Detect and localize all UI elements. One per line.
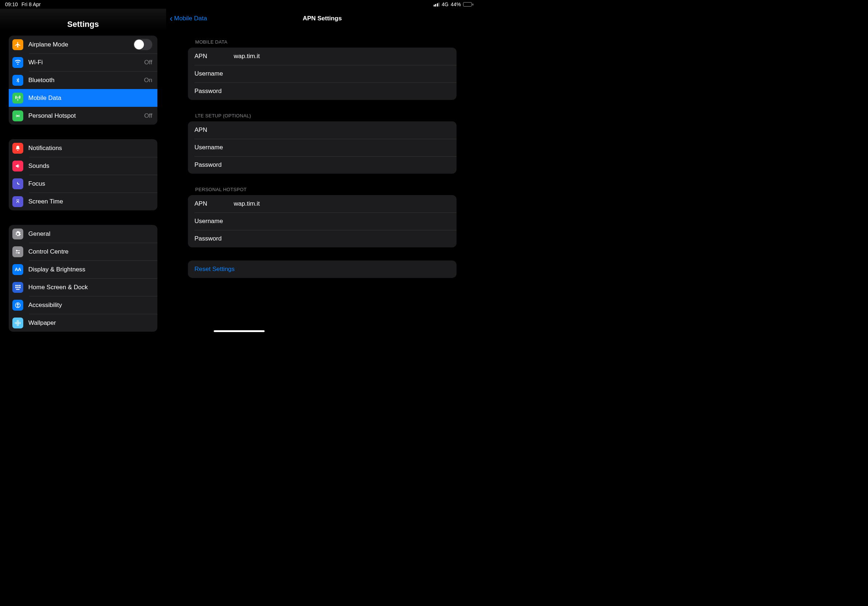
svg-rect-6 bbox=[17, 285, 19, 286]
field-username[interactable]: Username bbox=[188, 213, 457, 230]
reset-label: Reset Settings bbox=[194, 266, 235, 272]
field-username[interactable]: Username bbox=[188, 139, 457, 156]
chevron-left-icon: ‹ bbox=[170, 14, 173, 23]
battery-percent: 44% bbox=[451, 2, 461, 7]
sidebar-item-sounds[interactable]: Sounds bbox=[9, 157, 157, 175]
wifi-status: Off bbox=[144, 59, 152, 66]
flower-icon bbox=[12, 317, 23, 328]
sidebar-item-label: Display & Brightness bbox=[28, 266, 152, 273]
svg-point-18 bbox=[19, 322, 21, 324]
nav-bar: ‹ Mobile Data APN Settings bbox=[166, 9, 478, 28]
text-size-icon: AA bbox=[12, 264, 23, 275]
sidebar-item-label: Airplane Mode bbox=[28, 41, 133, 48]
svg-rect-5 bbox=[15, 285, 17, 286]
group-hotspot: APN Username Password bbox=[188, 195, 457, 247]
sidebar-item-wifi[interactable]: Wi-Fi Off bbox=[9, 53, 157, 71]
sidebar-item-label: Accessibility bbox=[28, 301, 152, 309]
field-password[interactable]: Password bbox=[188, 230, 457, 247]
sidebar-item-focus[interactable]: Focus bbox=[9, 175, 157, 193]
bell-icon bbox=[12, 143, 23, 154]
group-lte: APN Username Password bbox=[188, 121, 457, 174]
sidebar-group-notifications: Notifications Sounds Focus bbox=[9, 139, 157, 210]
svg-point-3 bbox=[18, 252, 20, 254]
username-input[interactable] bbox=[234, 70, 450, 77]
sidebar-item-control-centre[interactable]: Control Centre bbox=[9, 243, 157, 260]
section-header-mobile-data: MOBILE DATA bbox=[188, 39, 457, 48]
field-label: Username bbox=[194, 144, 234, 151]
wifi-icon bbox=[12, 57, 23, 68]
sidebar-item-bluetooth[interactable]: Bluetooth On bbox=[9, 71, 157, 89]
svg-rect-9 bbox=[17, 287, 19, 288]
field-label: APN bbox=[194, 200, 234, 207]
field-password[interactable]: Password bbox=[188, 156, 457, 174]
svg-point-14 bbox=[17, 322, 19, 324]
svg-rect-10 bbox=[19, 287, 21, 288]
status-time: 09:10 bbox=[5, 2, 18, 7]
home-indicator[interactable] bbox=[214, 330, 265, 332]
password-input[interactable] bbox=[234, 161, 450, 169]
back-button[interactable]: ‹ Mobile Data bbox=[170, 14, 207, 23]
sidebar-item-accessibility[interactable]: Accessibility bbox=[9, 296, 157, 314]
status-date: Fri 8 Apr bbox=[22, 2, 41, 7]
sidebar-item-label: Notifications bbox=[28, 145, 152, 152]
sidebar-item-label: Wi-Fi bbox=[28, 59, 144, 66]
sidebar-item-wallpaper[interactable]: Wallpaper bbox=[9, 314, 157, 332]
password-input[interactable] bbox=[234, 88, 450, 95]
back-label: Mobile Data bbox=[174, 15, 207, 22]
field-username[interactable]: Username bbox=[188, 65, 457, 82]
sliders-icon bbox=[12, 246, 23, 257]
sidebar-item-screentime[interactable]: Screen Time bbox=[9, 193, 157, 210]
sidebar-item-airplane[interactable]: Airplane Mode bbox=[9, 36, 157, 53]
apn-input[interactable] bbox=[234, 127, 450, 134]
field-label: APN bbox=[194, 53, 234, 60]
page-title: APN Settings bbox=[166, 15, 478, 22]
username-input[interactable] bbox=[234, 218, 450, 225]
field-password[interactable]: Password bbox=[188, 82, 457, 100]
svg-rect-8 bbox=[15, 287, 17, 288]
field-label: APN bbox=[194, 127, 234, 134]
sidebar-item-label: Mobile Data bbox=[28, 94, 152, 102]
antenna-icon bbox=[12, 93, 23, 104]
field-label: Password bbox=[194, 235, 234, 242]
sidebar-item-label: Home Screen & Dock bbox=[28, 284, 152, 291]
sidebar-item-hotspot[interactable]: Personal Hotspot Off bbox=[9, 107, 157, 125]
group-mobile-data: APN Username Password bbox=[188, 48, 457, 100]
field-label: Password bbox=[194, 88, 234, 95]
signal-icon bbox=[434, 3, 440, 6]
section-header-lte: LTE SETUP (OPTIONAL) bbox=[188, 113, 457, 121]
sidebar-item-general[interactable]: General bbox=[9, 225, 157, 243]
apn-input[interactable] bbox=[234, 200, 450, 207]
sidebar-title: Settings bbox=[0, 10, 166, 36]
bluetooth-icon bbox=[12, 75, 23, 86]
svg-rect-2 bbox=[17, 250, 20, 251]
svg-point-15 bbox=[17, 320, 19, 322]
battery-icon bbox=[463, 2, 473, 6]
username-input[interactable] bbox=[234, 144, 450, 151]
field-apn[interactable]: APN bbox=[188, 48, 457, 65]
sidebar-item-label: Sounds bbox=[28, 162, 152, 170]
reset-settings-button[interactable]: Reset Settings bbox=[188, 260, 457, 278]
airplane-toggle[interactable] bbox=[133, 39, 152, 50]
apn-input[interactable] bbox=[234, 53, 450, 60]
sidebar-item-label: Bluetooth bbox=[28, 77, 144, 84]
field-apn[interactable]: APN bbox=[188, 121, 457, 139]
svg-point-17 bbox=[15, 322, 17, 324]
sidebar-item-notifications[interactable]: Notifications bbox=[9, 139, 157, 157]
svg-rect-4 bbox=[16, 252, 18, 253]
sidebar-group-connectivity: Airplane Mode Wi-Fi Off Bluetooth On bbox=[9, 36, 157, 125]
bluetooth-status: On bbox=[144, 77, 152, 84]
accessibility-icon bbox=[12, 300, 23, 311]
svg-point-13 bbox=[17, 303, 18, 304]
sidebar-item-display[interactable]: AA Display & Brightness bbox=[9, 260, 157, 278]
password-input[interactable] bbox=[234, 235, 450, 242]
sidebar-item-label: Focus bbox=[28, 180, 152, 187]
field-apn[interactable]: APN bbox=[188, 195, 457, 213]
sidebar-item-label: General bbox=[28, 230, 152, 238]
svg-point-1 bbox=[16, 250, 18, 251]
sidebar-item-home-screen[interactable]: Home Screen & Dock bbox=[9, 278, 157, 296]
sidebar-item-mobile-data[interactable]: Mobile Data bbox=[9, 89, 157, 107]
grid-icon bbox=[12, 282, 23, 293]
detail-pane: ‹ Mobile Data APN Settings MOBILE DATA A… bbox=[166, 9, 478, 334]
svg-rect-11 bbox=[16, 289, 20, 289]
sidebar-item-label: Wallpaper bbox=[28, 319, 152, 327]
